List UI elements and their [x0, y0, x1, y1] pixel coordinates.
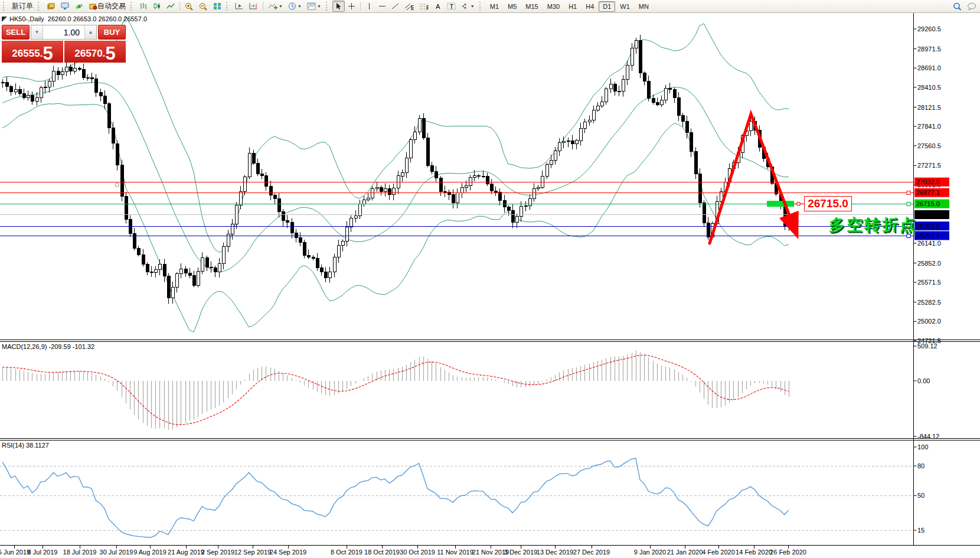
price-axis-label: 25002.0	[917, 318, 941, 325]
market-watch-icon[interactable]	[44, 1, 58, 12]
new-order-button[interactable]: 新订单	[9, 1, 35, 12]
horizontal-line-tool-icon[interactable]	[376, 1, 388, 12]
date-axis-label: 21 Nov 2019	[472, 549, 509, 556]
text-label-tool-icon[interactable]: T	[445, 1, 458, 12]
buy-price-display[interactable]: 26570 . 5	[64, 41, 126, 63]
dropdown-caret-icon: ▼	[471, 4, 475, 8]
buy-price-frac: 5	[105, 46, 115, 61]
macd-axis-label: -844.12	[917, 433, 939, 440]
svg-text:E: E	[411, 4, 414, 11]
chinese-annotation-text: 多空转折点	[829, 214, 917, 236]
date-axis-label: 21 Aug 2019	[168, 549, 204, 556]
sell-price-display[interactable]: 26555 . 5	[2, 41, 63, 63]
chart-canvas[interactable]: 29260.528971.528691.028410.528121.527841…	[0, 0, 980, 558]
date-axis-layer: 5 Jun 20198 Jul 201918 Jul 201930 Jul 20…	[0, 546, 806, 556]
signal-icon[interactable]	[73, 1, 86, 12]
date-axis-label: 26 Feb 2020	[770, 549, 806, 556]
toolbar-separator	[360, 2, 361, 11]
terminal-icon[interactable]	[58, 1, 72, 12]
sell-button[interactable]: SELL	[2, 25, 30, 40]
date-axis-label: 8 Oct 2019	[331, 549, 362, 556]
timeframe-button-h1[interactable]: H1	[564, 1, 581, 12]
price-badge-label: 26557.0	[916, 211, 940, 218]
timeframe-button-m1[interactable]: M1	[486, 1, 503, 12]
price-axis-label: 29260.5	[917, 25, 941, 32]
fibonacci-tool-icon[interactable]: F	[417, 1, 431, 12]
volume-increase-button[interactable]: ▲	[84, 25, 96, 39]
autotrading-button[interactable]: 自动交易	[87, 1, 128, 12]
autotrading-label: 自动交易	[97, 1, 126, 11]
timeframe-button-mn[interactable]: MN	[635, 1, 653, 12]
trend-zigzag-arrow[interactable]	[710, 114, 795, 243]
price-badge-label: 26715.0	[916, 200, 940, 207]
candles-layer	[1, 35, 790, 304]
price-axis-label: 25571.5	[917, 279, 941, 286]
date-axis-label: 27 Dec 2019	[573, 549, 610, 556]
auto-scroll-icon[interactable]	[233, 1, 246, 12]
toolbar-drag-handle[interactable]	[38, 2, 41, 11]
zoom-in-icon[interactable]	[182, 1, 196, 12]
trendline-tool-icon[interactable]	[389, 1, 401, 12]
sell-price-main: 26555	[12, 48, 40, 60]
chart-shift-icon[interactable]	[247, 1, 260, 12]
zoom-out-icon[interactable]	[197, 1, 210, 12]
autotrading-icon	[89, 2, 97, 10]
arrows-tool-icon[interactable]: ▼	[459, 1, 477, 12]
date-axis-label: 14 Feb 2020	[736, 549, 772, 556]
price-badge-label: 26391.6	[916, 223, 940, 230]
timeframe-button-w1[interactable]: W1	[616, 1, 634, 12]
dropdown-caret-icon: ▼	[298, 4, 302, 8]
toolbar-drag-handle[interactable]	[130, 2, 134, 11]
timeframe-button-h4[interactable]: H4	[582, 1, 598, 12]
candlestick-chart-icon[interactable]	[151, 1, 164, 12]
timeframe-button-m30[interactable]: M30	[543, 1, 564, 12]
volume-stepper: ▼ 1.00 ▲	[31, 25, 97, 40]
dropdown-caret-icon: ▼	[279, 4, 283, 8]
volume-decrease-button[interactable]: ▼	[31, 25, 43, 39]
chart-symbol-period: HK50-,Daily	[9, 15, 44, 22]
crosshair-icon[interactable]	[345, 1, 358, 12]
sell-price-frac: 5	[43, 46, 53, 61]
timeframe-button-m5[interactable]: M5	[504, 1, 521, 12]
toolbar-separator	[179, 2, 180, 11]
price-badge-label: 26252.1	[916, 232, 940, 239]
indicators-icon[interactable]: ▼	[266, 1, 285, 12]
date-axis-label: 9 Aug 2019	[133, 549, 166, 556]
tile-windows-icon[interactable]	[211, 1, 224, 12]
bar-chart-icon[interactable]	[137, 1, 150, 12]
search-icon[interactable]	[950, 1, 964, 12]
rsi-label: RSI(14) 38.1127	[2, 442, 49, 449]
chat-icon[interactable]	[965, 1, 979, 12]
date-axis-label: 13 Dec 2019	[537, 549, 573, 556]
one-click-collapse-arrow[interactable]	[2, 17, 7, 22]
price-axis-label: 27560.5	[917, 142, 941, 149]
price-axis-layer: 29260.528971.528691.028410.528121.527841…	[914, 25, 950, 534]
periods-icon[interactable]: ▼	[286, 1, 304, 12]
vertical-line-tool-icon[interactable]	[363, 1, 375, 12]
volume-value[interactable]: 1.00	[43, 25, 84, 39]
date-axis-label: 30 Jul 2019	[100, 549, 133, 556]
timeframe-button-m15[interactable]: M15	[521, 1, 542, 12]
timeframe-button-d1[interactable]: D1	[599, 1, 615, 12]
toolbar-drag-handle[interactable]	[326, 2, 329, 11]
price-axis-label: 27271.5	[917, 162, 941, 169]
highlight-bar[interactable]	[767, 201, 794, 207]
date-axis-label: 18 Jul 2019	[63, 549, 97, 556]
macd-layer	[2, 351, 789, 430]
chart-ohlc-values: 26260.0 26653.0 26260.0 26557.0	[48, 15, 147, 22]
rsi-axis-label: 80	[917, 462, 925, 469]
channel-tool-icon[interactable]: E	[402, 1, 416, 12]
text-tool-icon[interactable]: A	[432, 1, 444, 12]
macd-axis-label: 0.00	[917, 377, 930, 384]
date-axis-label: 4 Feb 2020	[702, 549, 735, 556]
price-axis-label: 25852.0	[917, 260, 941, 267]
dropdown-caret-icon: ▼	[317, 4, 321, 8]
buy-button[interactable]: BUY	[98, 25, 126, 40]
toolbar-drag-handle[interactable]	[479, 2, 483, 11]
templates-icon[interactable]: ▼	[305, 1, 324, 12]
toolbar-drag-handle[interactable]	[3, 2, 6, 11]
price-annotation-box[interactable]: 26715.0	[804, 196, 852, 211]
cursor-icon[interactable]	[332, 1, 345, 12]
toolbar-drag-handle[interactable]	[226, 2, 230, 11]
line-chart-icon[interactable]	[164, 1, 177, 12]
